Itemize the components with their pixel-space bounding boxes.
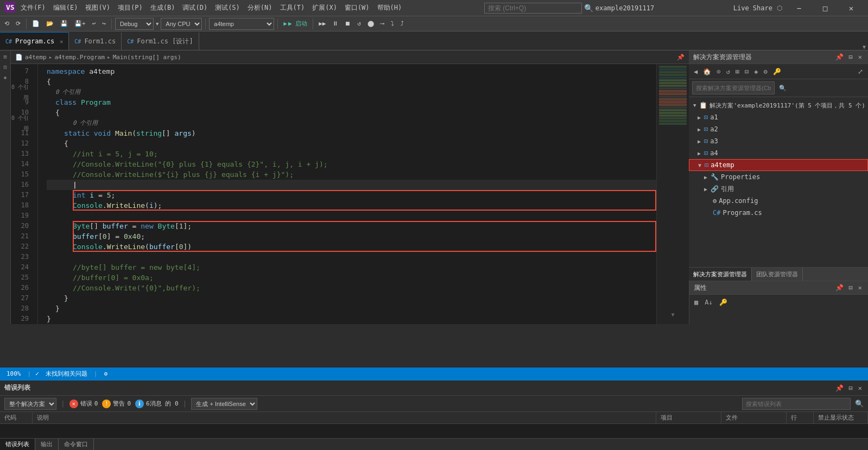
minimap-scroll-down[interactable]: ▼ <box>671 310 674 319</box>
debug-tool8[interactable]: ⤴ <box>398 19 406 28</box>
tree-solution-root[interactable]: ▼ 📋 解决方案'example20191117'(第 5 个项目，共 5 个) <box>689 99 868 111</box>
menu-edit[interactable]: 编辑(E) <box>50 2 81 14</box>
tree-item-properties[interactable]: ▶ 🔧 Properties <box>689 171 868 183</box>
tab-output[interactable]: 输出 <box>35 439 59 451</box>
debug-tool1[interactable]: ▶▶ <box>316 19 328 28</box>
tree-item-a4[interactable]: ▶ ⊡ a4 <box>689 147 868 159</box>
debug-tool6[interactable]: ⟶ <box>378 19 387 28</box>
window-controls[interactable]: − □ ✕ <box>787 0 864 16</box>
platform-select[interactable]: Any CPU x86 x64 <box>161 18 202 30</box>
maximize-button[interactable]: □ <box>813 0 838 16</box>
build-filter-select[interactable]: 生成 + IntelliSense <box>191 398 257 410</box>
save-button[interactable]: 💾 <box>58 19 70 28</box>
se-filter-icon[interactable]: ⊞ <box>734 68 741 75</box>
se-sync-icon[interactable]: ⊙ <box>715 68 722 75</box>
zoom-level[interactable]: 100% <box>4 370 23 377</box>
project-select[interactable]: a4temp <box>209 18 274 30</box>
error-count-badge[interactable]: ✕ 错误 0 <box>69 400 98 408</box>
properties-close-icon[interactable]: ✕ <box>857 284 864 291</box>
new-file-button[interactable]: 📄 <box>30 19 42 28</box>
solution-search-input[interactable] <box>692 81 775 94</box>
error-search-icon[interactable]: 🔍 <box>855 400 864 408</box>
error-panel-unpin-icon[interactable]: ⊟ <box>847 384 854 392</box>
tab-program-cs[interactable]: C# Program.cs ✕ <box>0 32 69 50</box>
se-settings-icon[interactable]: ⚙ <box>762 68 769 75</box>
se-view-icon[interactable]: ◈ <box>752 68 759 75</box>
tree-item-programcs[interactable]: C# Program.cs <box>689 207 868 219</box>
tree-item-a4temp[interactable]: ▼ ⊡ a4temp <box>689 159 868 171</box>
menu-file[interactable]: 文件(F) <box>17 2 49 14</box>
se-home-icon[interactable]: 🏠 <box>701 68 713 75</box>
undo-button[interactable]: ↩ <box>90 19 98 28</box>
tree-item-refs[interactable]: ▶ 🔗 引用 <box>689 183 868 195</box>
prop-grid-icon[interactable]: ▦ <box>693 299 700 306</box>
tab-error-list[interactable]: 错误列表 <box>0 439 35 451</box>
prop-alpha-icon[interactable]: A↓ <box>703 299 714 306</box>
menu-window[interactable]: 窗口(W) <box>341 2 373 14</box>
se-key-icon[interactable]: 🔑 <box>771 68 783 75</box>
tab-form1-cs[interactable]: C# Form1.cs <box>69 32 122 50</box>
tab-command-window[interactable]: 命令窗口 <box>59 439 94 451</box>
menu-help[interactable]: 帮助(H) <box>374 2 406 14</box>
debug-tool5[interactable]: ⬤ <box>365 19 376 28</box>
tree-item-appconfig[interactable]: ⚙ App.config <box>689 195 868 207</box>
debug-tool7[interactable]: ⤵ <box>389 19 396 28</box>
gear-status-icon[interactable]: ⚙ <box>102 370 110 377</box>
warning-count-badge[interactable]: ! 警告 0 <box>102 400 131 408</box>
nav-back-button[interactable]: ⟲ <box>2 19 11 28</box>
code-content[interactable]: namespace a4temp { 0 个引用 class Program { <box>38 64 656 324</box>
properties-unpin-icon[interactable]: ⊟ <box>847 284 854 291</box>
pin-panel-icon[interactable]: 📌 <box>834 53 845 61</box>
se-back-icon[interactable]: ◀ <box>692 68 699 75</box>
close-button[interactable]: ✕ <box>839 0 864 16</box>
debug-tool3[interactable]: ⏹ <box>343 19 353 28</box>
menu-test[interactable]: 测试(S) <box>212 2 243 14</box>
menu-debug[interactable]: 调试(D) <box>179 2 211 14</box>
live-share-label[interactable]: Live Share <box>733 4 772 12</box>
tab-form1-design[interactable]: C# Form1.cs [设计] <box>122 32 199 50</box>
tab-close-0[interactable]: ✕ <box>60 39 63 45</box>
menu-build[interactable]: 生成(B) <box>147 2 179 14</box>
menu-analyze[interactable]: 分析(N) <box>244 2 276 14</box>
nav-forward-button[interactable]: ⟳ <box>14 19 23 28</box>
pin-icon[interactable]: 📌 <box>677 54 685 61</box>
redo-button[interactable]: ↪ <box>100 19 108 28</box>
close-panel-icon[interactable]: ✕ <box>857 53 864 61</box>
tree-item-a3[interactable]: ▶ ⊡ a3 <box>689 135 868 147</box>
debug-tool2[interactable]: ⏸ <box>330 19 340 28</box>
status-separator2: | <box>94 370 98 377</box>
se-refresh-icon[interactable]: ↺ <box>724 68 731 75</box>
error-search-input[interactable] <box>742 398 851 410</box>
start-button[interactable]: ▶ ▶ 启动 <box>281 18 309 29</box>
filter-separator2: | <box>183 400 187 408</box>
properties-pin-icon[interactable]: 📌 <box>834 284 845 291</box>
menu-view[interactable]: 视图(V) <box>82 2 113 14</box>
save-all-button[interactable]: 💾+ <box>72 19 88 28</box>
tree-item-a1[interactable]: ▶ ⊡ a1 <box>689 111 868 123</box>
debug-config-select[interactable]: Debug Release <box>115 18 154 30</box>
props-arrow: ▶ <box>704 174 707 180</box>
se-collapse-icon[interactable]: ⊟ <box>743 68 750 75</box>
unpin-panel-icon[interactable]: ⊟ <box>847 53 854 61</box>
scope-select[interactable]: 整个解决方案 <box>4 398 56 410</box>
status-message[interactable]: 未找到相关问题 <box>43 370 90 378</box>
debug-tool4[interactable]: ↺ <box>355 19 363 28</box>
menu-tools[interactable]: 工具(T) <box>277 2 308 14</box>
solution-search-icon[interactable]: 🔍 <box>779 85 787 92</box>
se-maximize-icon[interactable]: ⤢ <box>856 68 865 75</box>
error-panel-close-icon[interactable]: ✕ <box>857 384 864 392</box>
tree-item-a2[interactable]: ▶ ⊡ a2 <box>689 123 868 135</box>
global-search-input[interactable] <box>484 3 582 14</box>
menu-bar[interactable]: 文件(F) 编辑(E) 视图(V) 项目(P) 生成(B) 调试(D) 测试(S… <box>17 2 405 14</box>
tab-team-explorer[interactable]: 团队资源管理器 <box>752 268 803 281</box>
tab-solution-explorer[interactable]: 解决方案资源管理器 <box>689 268 752 281</box>
menu-project[interactable]: 项目(P) <box>115 2 146 14</box>
open-button[interactable]: 📂 <box>44 19 56 28</box>
prop-key-icon[interactable]: 🔑 <box>718 299 729 306</box>
refs-icon: 🔗 <box>711 185 719 193</box>
message-count-badge[interactable]: ℹ 6消息 的 0 <box>135 400 179 408</box>
tab-expand-btn[interactable]: ▼ <box>860 44 868 50</box>
minimize-button[interactable]: − <box>787 0 812 16</box>
menu-extensions[interactable]: 扩展(X) <box>309 2 340 14</box>
error-panel-pin-icon[interactable]: 📌 <box>834 384 845 392</box>
